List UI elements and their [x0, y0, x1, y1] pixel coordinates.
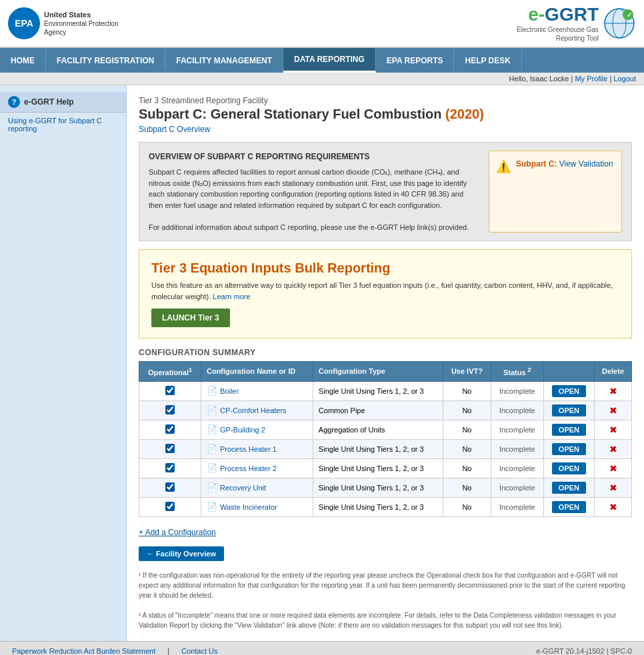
config-type: Single Unit Using Tiers 1, 2, or 3	[313, 439, 443, 458]
delete-config-icon[interactable]: ✖	[609, 463, 617, 474]
epa-circle-logo: EPA	[8, 7, 40, 39]
config-status: Incomplete	[491, 478, 543, 497]
open-config-button[interactable]: OPEN	[552, 482, 586, 494]
operational-checkbox[interactable]	[165, 502, 175, 511]
facility-overview-button[interactable]: ← Facility Overview	[139, 546, 224, 561]
config-section: CONFIGURATION SUMMARY Operational1 Confi…	[139, 348, 632, 561]
config-type: Common Pipe	[313, 400, 443, 420]
footer: Paperwork Reduction Act Burden Statement…	[0, 641, 644, 655]
warning-icon: ⚠️	[496, 158, 511, 176]
footer-version: e-GGRT 20.14-j1502	[536, 647, 604, 655]
header-left: EPA United StatesEnvironmental Protectio…	[8, 7, 119, 39]
config-status: Incomplete	[491, 381, 543, 400]
greeting-text: Hello, Isaac Locke	[509, 75, 569, 83]
tier3-box: Tier 3 Equation Inputs Bulk Reporting Us…	[139, 249, 632, 338]
config-edit-icon: 📄	[207, 424, 217, 434]
header: EPA United StatesEnvironmental Protectio…	[0, 0, 644, 48]
config-name-link[interactable]: Boiler	[220, 387, 239, 395]
table-row: 📄Process Heater 2Single Unit Using Tiers…	[139, 458, 632, 478]
open-config-button[interactable]: OPEN	[552, 501, 586, 513]
config-name-link[interactable]: Process Heater 1	[220, 445, 277, 453]
burden-statement-link[interactable]: Paperwork Reduction Act Burden Statement	[12, 647, 155, 655]
config-name-link[interactable]: Process Heater 2	[220, 464, 277, 472]
nav-data-reporting[interactable]: DATA REPORTING	[283, 48, 376, 73]
subpart-overview-link[interactable]: Subpart C Overview	[139, 125, 210, 134]
table-row: 📄GP-Building 2Aggregation of UnitsNoInco…	[139, 420, 632, 439]
nav-home[interactable]: HOME	[0, 49, 46, 72]
th-config-type: Configuration Type	[313, 362, 443, 382]
table-row: 📄BoilerSingle Unit Using Tiers 1, 2, or …	[139, 381, 632, 400]
validation-content: Subpart C: View Validation	[516, 158, 613, 170]
delete-config-icon[interactable]: ✖	[609, 386, 617, 396]
delete-config-icon[interactable]: ✖	[609, 444, 617, 454]
epa-logo: EPA United StatesEnvironmental Protectio…	[8, 7, 119, 39]
config-edit-icon: 📄	[207, 502, 217, 512]
sidebar-item-subpart-c[interactable]: Using e-GGRT for Subpart C reporting	[0, 113, 126, 137]
config-name-link[interactable]: CP-Comfort Heaters	[220, 406, 287, 414]
config-edit-icon: 📄	[207, 482, 217, 492]
launch-tier3-button[interactable]: LAUNCH Tier 3	[151, 309, 230, 327]
my-profile-link[interactable]: My Profile	[575, 75, 607, 83]
footnotes: ¹ If the configuration was non-operation…	[139, 570, 632, 630]
brand-ggrt: GGRT	[545, 4, 599, 25]
config-edit-icon: 📄	[207, 463, 217, 473]
validation-box: ⚠️ Subpart C: View Validation	[489, 151, 622, 233]
open-config-button[interactable]: OPEN	[552, 424, 586, 436]
tier3-description: Use this feature as an alternative way t…	[151, 280, 619, 302]
validation-prefix: Subpart C:	[516, 159, 557, 169]
svg-text:✓: ✓	[627, 11, 632, 19]
sidebar-help: ? e-GGRT Help	[0, 92, 126, 113]
config-edit-icon: 📄	[207, 386, 217, 396]
operational-checkbox[interactable]	[165, 405, 175, 414]
view-validation-link[interactable]: View Validation	[559, 159, 613, 169]
delete-config-icon[interactable]: ✖	[609, 405, 617, 416]
logout-link[interactable]: Logout	[613, 75, 636, 83]
learn-more-link[interactable]: Learn more	[213, 293, 250, 301]
page-title-main: Subpart C: General Stationary Fuel Combu…	[139, 107, 445, 121]
nav-facility-registration[interactable]: FACILITY REGISTRATION	[46, 49, 165, 72]
sidebar-help-label: e-GGRT Help	[24, 97, 74, 107]
page-tier-label: Tier 3 Streamlined Reporting Facility	[139, 96, 632, 105]
nav-help-desk[interactable]: HELP DESK	[454, 49, 521, 72]
config-type: Single Unit Using Tiers 1, 2, or 3	[313, 458, 443, 478]
footer-spc: SPC-0	[611, 647, 632, 655]
brand-e: e-	[528, 4, 545, 25]
config-ivt: No	[443, 458, 491, 478]
open-config-button[interactable]: OPEN	[552, 443, 586, 455]
add-config-link[interactable]: + Add a Configuration	[139, 528, 216, 537]
contact-us-link[interactable]: Contact Us	[181, 647, 217, 655]
delete-config-icon[interactable]: ✖	[609, 424, 617, 435]
th-open	[543, 362, 594, 382]
facility-overview-wrapper: ← Facility Overview	[139, 542, 632, 561]
footnote-2: ² A status of "Incomplete" means that on…	[139, 610, 632, 630]
config-name-link[interactable]: GP-Building 2	[220, 426, 265, 434]
footer-right: e-GGRT 20.14-j1502 | SPC-0	[536, 647, 632, 655]
config-type: Single Unit Using Tiers 1, 2, or 3	[313, 497, 443, 516]
th-operational: Operational1	[139, 362, 201, 382]
eggrt-brand: e-GGRT	[517, 4, 599, 25]
config-name-link[interactable]: Waste Incinerator	[220, 503, 277, 511]
config-edit-icon: 📄	[207, 444, 217, 454]
open-config-button[interactable]: OPEN	[552, 404, 586, 416]
info-heading: OVERVIEW OF SUBPART C REPORTING REQUIREM…	[149, 151, 479, 163]
user-bar: Hello, Isaac Locke | My Profile | Logout	[0, 73, 644, 85]
operational-checkbox[interactable]	[165, 386, 175, 395]
delete-config-icon[interactable]: ✖	[609, 502, 617, 512]
nav-epa-reports[interactable]: EPA REPORTS	[376, 49, 455, 72]
config-ivt: No	[443, 381, 491, 400]
operational-checkbox[interactable]	[165, 424, 175, 434]
nav-facility-management[interactable]: FACILITY MANAGEMENT	[165, 49, 283, 72]
main-layout: ? e-GGRT Help Using e-GGRT for Subpart C…	[0, 85, 644, 641]
operational-checkbox[interactable]	[165, 463, 175, 472]
open-config-button[interactable]: OPEN	[552, 385, 586, 397]
config-name-link[interactable]: Recovery Unit	[220, 484, 266, 492]
open-config-button[interactable]: OPEN	[552, 462, 586, 474]
operational-checkbox[interactable]	[165, 444, 175, 453]
config-ivt: No	[443, 439, 491, 458]
config-status: Incomplete	[491, 439, 543, 458]
add-config-wrapper: + Add a Configuration	[139, 522, 632, 542]
config-type: Single Unit Using Tiers 1, 2, or 3	[313, 381, 443, 400]
operational-checkbox[interactable]	[165, 482, 175, 492]
delete-config-icon[interactable]: ✖	[609, 482, 617, 493]
eggrt-logo: e-GGRT Electronic Greenhouse Gas Reporti…	[517, 4, 599, 43]
